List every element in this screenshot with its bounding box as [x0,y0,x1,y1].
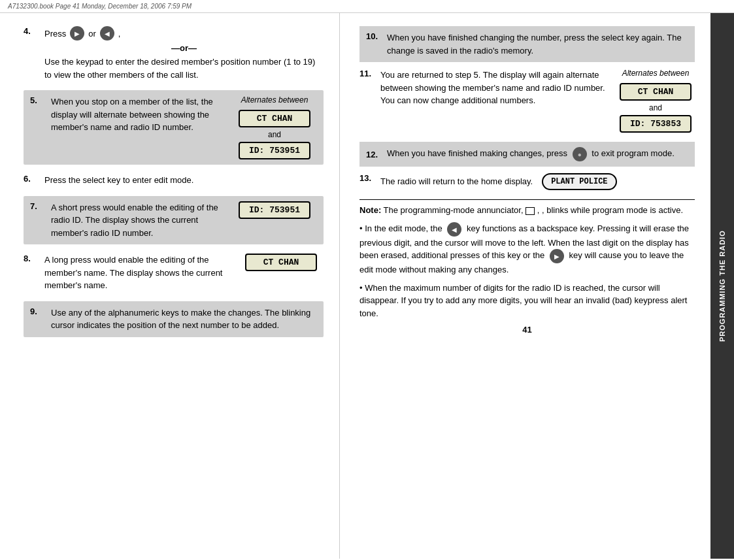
step-9: 9. Use any of the alphanumeric keys to m… [24,301,324,337]
annunciator-icon [525,207,535,215]
page-header: A7132300.book Page 41 Monday, December 1… [0,0,734,13]
lcd-id-753951-5: ID: 753951 [239,142,310,159]
step-12: 12. When you have finished making change… [359,142,695,167]
step-5: 5. When you stop on a member of the list… [24,90,324,165]
note-divider [359,199,695,200]
right-arrow-icon [70,26,84,41]
exit-button-icon [573,147,587,161]
lcd-ct-chan-8: CT CHAN [245,254,317,271]
lcd-id-753853-11: ID: 753853 [620,115,692,133]
step-7: 7. A short press would enable the editin… [24,196,324,245]
left-arrow-icon [100,26,114,41]
step-8: 8. A long press would enable the editing… [24,254,324,292]
lcd-ct-chan-11: CT CHAN [620,83,692,101]
lcd-ct-chan-5: CT CHAN [239,110,310,127]
step-10: 10. When you have finished changing the … [359,26,695,62]
sidebar-tab: PROGRAMMING THE RADIO [710,13,734,559]
lcd-plant-police: PLANT POLICE [542,173,616,190]
forward-arrow-note-icon [550,249,564,263]
step-13: 13. The radio will return to the home di… [359,173,695,190]
right-column: 10. When you have finished changing the … [340,13,710,559]
page-number: 41 [359,325,695,335]
back-arrow-note-icon [447,222,461,237]
lcd-id-753951-7: ID: 753951 [239,201,310,219]
main-content: 4. Press or , —or— Use the keypad to ent… [0,13,734,559]
left-column: 4. Press or , —or— Use the keypad to ent… [0,13,340,559]
step-11: 11. You are returned to step 5. The disp… [359,69,695,133]
step-4: 4. Press or , —or— Use the keypad to ent… [24,26,324,81]
note-section: Note: The programming-mode annunciator, … [359,204,695,320]
step-6: 6. Press the select key to enter edit mo… [24,174,324,187]
